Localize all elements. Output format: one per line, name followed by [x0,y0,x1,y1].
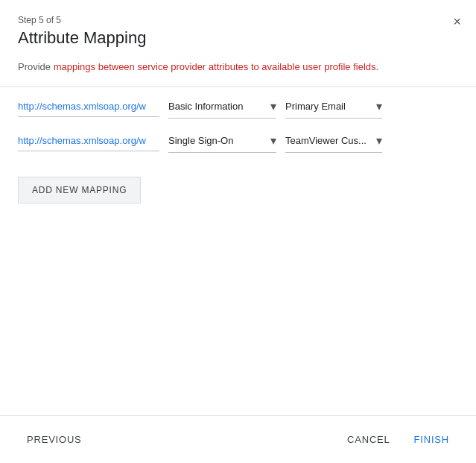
mapping-category-select-2[interactable]: Single Sign-On ▾ [168,133,276,153]
previous-button[interactable]: PREVIOUS [18,428,91,451]
mapping-row-1: http://schemas.xmlsoap.org/w Basic Infor… [18,99,458,119]
description-end: . [376,61,379,72]
footer-right: CANCEL FINISH [338,428,458,451]
description-start: Provide [18,61,54,72]
dialog-header: Step 5 of 5 Attribute Mapping × [0,0,476,60]
close-button[interactable]: × [450,12,464,31]
mapping-field-text-2: TeamViewer Cus... [285,135,373,146]
dialog-title: Attribute Mapping [18,28,458,48]
mapping-field-arrow-1: ▾ [376,99,382,113]
mapping-category-text-2: Single Sign-On [168,135,267,146]
dialog: Step 5 of 5 Attribute Mapping × Provide … [0,0,476,463]
mapping-row-2: http://schemas.xmlsoap.org/w Single Sign… [18,133,458,153]
description-link: mappings between service provider attrib… [54,61,376,72]
mapping-field-arrow-2: ▾ [376,133,382,148]
mapping-field-select-1[interactable]: Primary Email ▾ [285,99,382,119]
mapping-category-select-1[interactable]: Basic Information ▾ [168,99,276,119]
cancel-button[interactable]: CANCEL [338,428,399,451]
mapping-field-select-2[interactable]: TeamViewer Cus... ▾ [285,133,382,153]
mapping-field-text-1: Primary Email [285,101,373,112]
description: Provide mappings between service provide… [0,60,476,86]
footer-left: PREVIOUS [18,428,91,451]
finish-button[interactable]: FINISH [405,428,458,451]
mapping-category-arrow-2: ▾ [270,133,276,148]
mapping-category-text-1: Basic Information [168,101,267,112]
mapping-url-1[interactable]: http://schemas.xmlsoap.org/w [18,101,159,117]
step-label: Step 5 of 5 [18,15,458,25]
mapping-category-arrow-1: ▾ [270,99,276,113]
dialog-footer: PREVIOUS CANCEL FINISH [0,415,476,463]
dialog-body: http://schemas.xmlsoap.org/w Basic Infor… [0,87,476,416]
add-new-mapping-button[interactable]: ADD NEW MAPPING [18,177,141,204]
mapping-url-2[interactable]: http://schemas.xmlsoap.org/w [18,135,159,151]
